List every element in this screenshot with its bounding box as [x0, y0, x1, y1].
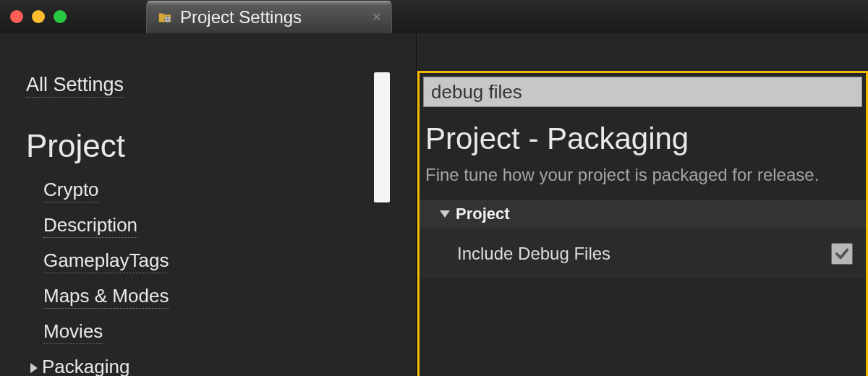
- sidebar-item-maps-modes[interactable]: Maps & Modes: [43, 285, 169, 309]
- sidebar-item-description[interactable]: Description: [43, 214, 137, 238]
- chevron-down-icon: [440, 210, 450, 218]
- sidebar-item-crypto[interactable]: Crypto: [43, 179, 99, 202]
- group-title: Project: [456, 205, 510, 223]
- sidebar-item-packaging[interactable]: Packaging: [42, 356, 129, 376]
- sidebar-scroll-thumb[interactable]: [374, 72, 390, 202]
- window-titlebar: Project Settings ✕: [0, 0, 868, 33]
- property-label: Include Debug Files: [457, 244, 610, 264]
- check-icon: [834, 246, 850, 262]
- sidebar-section-heading: Project: [26, 128, 416, 164]
- close-tab-button[interactable]: ✕: [372, 10, 381, 24]
- settings-main-panel: Project - Packaging Fine tune how your p…: [417, 33, 868, 376]
- settings-sidebar: All Settings Project Crypto Description …: [0, 33, 416, 376]
- page-title: Project - Packaging: [425, 121, 866, 156]
- expand-arrow-icon[interactable]: [30, 363, 38, 373]
- property-row-include-debug-files: Include Debug Files: [420, 228, 866, 279]
- maximize-window-button[interactable]: [54, 10, 67, 23]
- svg-point-1: [166, 18, 169, 20]
- settings-folder-icon: [157, 9, 173, 25]
- content-area: All Settings Project Crypto Description …: [0, 33, 868, 376]
- property-group-header[interactable]: Project: [420, 200, 866, 228]
- sidebar-scrollbar[interactable]: [374, 72, 390, 333]
- focus-highlight-region: Project - Packaging Fine tune how your p…: [417, 71, 868, 376]
- page-subtitle: Fine tune how your project is packaged f…: [425, 165, 866, 185]
- tab-title: Project Settings: [180, 7, 302, 27]
- minimize-window-button[interactable]: [32, 10, 45, 23]
- window-controls: [10, 10, 67, 23]
- search-field-wrap: [423, 77, 862, 107]
- close-window-button[interactable]: [10, 10, 23, 23]
- sidebar-item-all-settings[interactable]: All Settings: [26, 74, 124, 98]
- search-input[interactable]: [431, 81, 854, 103]
- include-debug-files-checkbox[interactable]: [831, 243, 853, 265]
- tab-project-settings[interactable]: Project Settings ✕: [146, 1, 392, 33]
- sidebar-item-gameplaytags[interactable]: GameplayTags: [43, 249, 169, 273]
- sidebar-item-movies[interactable]: Movies: [43, 320, 103, 344]
